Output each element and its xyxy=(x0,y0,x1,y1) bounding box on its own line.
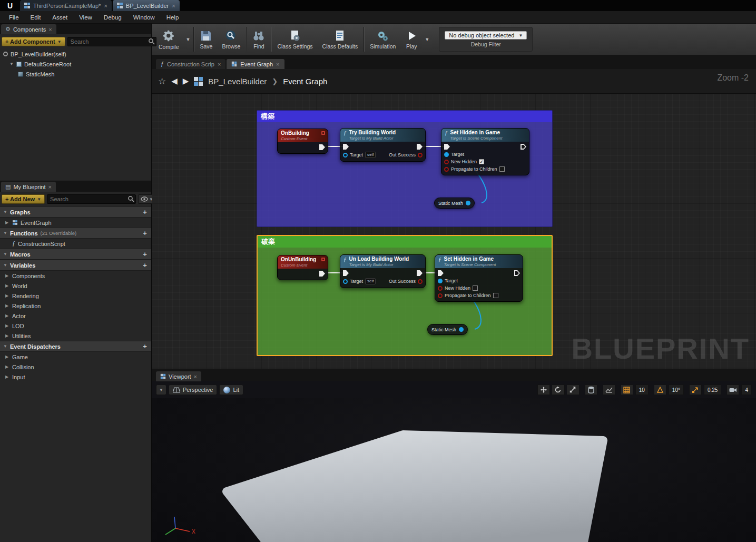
viewport-options-dropdown[interactable]: ▼ xyxy=(156,385,166,395)
scale-snap-toggle[interactable] xyxy=(689,385,702,395)
expander-icon[interactable]: ▶ xyxy=(5,293,9,298)
comment-title[interactable]: 破棄 xyxy=(258,236,552,248)
add-event-dispatcher-button[interactable]: ＋ xyxy=(142,342,148,351)
self-literal[interactable]: self xyxy=(365,278,376,284)
browse-button[interactable]: Browse xyxy=(217,25,245,54)
save-button[interactable]: Save xyxy=(195,25,217,54)
exec-in-pin[interactable] xyxy=(343,144,349,150)
out-success-pin[interactable] xyxy=(418,279,423,284)
section-variables[interactable]: ▼ Variables ＋ xyxy=(0,260,151,271)
section-event-dispatchers[interactable]: ▼ Event Dispatchers ＋ xyxy=(0,341,151,352)
expander-icon[interactable]: ▼ xyxy=(3,252,7,257)
target-pin[interactable] xyxy=(343,153,348,157)
expander-icon[interactable]: ▼ xyxy=(3,263,7,268)
breadcrumb-root[interactable]: BP_LevelBuilder xyxy=(208,77,267,86)
list-item-eventgraph[interactable]: ▶ EventGraph xyxy=(0,218,151,228)
expander-icon[interactable]: ▶ xyxy=(5,333,9,338)
camera-speed-value[interactable]: 4 xyxy=(741,385,752,395)
list-item-world[interactable]: ▶World xyxy=(0,281,151,291)
add-component-button[interactable]: + Add Component ▼ xyxy=(2,37,65,46)
node-unload-building-world[interactable]: ƒ Un Load Building World Target is My Bu… xyxy=(340,254,426,288)
menu-help[interactable]: Help xyxy=(161,14,185,21)
add-macro-button[interactable]: ＋ xyxy=(142,250,148,259)
close-icon[interactable]: × xyxy=(276,61,279,67)
close-icon[interactable]: × xyxy=(104,3,107,9)
target-pin[interactable] xyxy=(444,152,449,157)
menu-edit[interactable]: Edit xyxy=(25,14,47,21)
node-set-hidden-in-game-2[interactable]: ƒ Set Hidden in Game Target is Scene Com… xyxy=(435,254,523,302)
add-function-button[interactable]: ＋ xyxy=(142,229,148,238)
exec-out-pin[interactable] xyxy=(514,270,520,276)
propagate-checkbox[interactable] xyxy=(493,293,498,298)
target-pin[interactable] xyxy=(438,279,443,283)
comment-title[interactable]: 構築 xyxy=(257,111,552,122)
expander-icon[interactable]: ▼ xyxy=(3,210,7,214)
tab-viewport[interactable]: Viewport × xyxy=(156,371,201,381)
event-graph-canvas[interactable]: 構築 破棄 OnBuilding xyxy=(152,94,756,369)
section-macros[interactable]: ▼ Macros ＋ xyxy=(0,249,151,260)
grid-snap-toggle[interactable] xyxy=(621,385,633,395)
expander-icon[interactable]: ▶ xyxy=(5,313,9,318)
breadcrumb-current[interactable]: Event Graph xyxy=(283,77,327,86)
menu-window[interactable]: Window xyxy=(127,14,161,21)
list-item-components[interactable]: ▶Components xyxy=(0,271,151,281)
scale-snap-value[interactable]: 0.25 xyxy=(704,385,721,395)
expander-icon[interactable]: ▶ xyxy=(5,354,9,359)
tree-item-default-scene-root[interactable]: ▼ DefaultSceneRoot xyxy=(0,59,151,69)
expander-icon[interactable]: ▶ xyxy=(5,273,9,278)
menu-asset[interactable]: Asset xyxy=(46,14,73,21)
node-static-mesh-variable-2[interactable]: Static Mesh xyxy=(427,324,468,335)
propagate-pin[interactable] xyxy=(444,167,449,172)
list-item-input[interactable]: ▶Input xyxy=(0,372,151,382)
class-settings-button[interactable]: Class Settings xyxy=(272,25,317,54)
list-item-utilities[interactable]: ▶Utilities xyxy=(0,331,151,341)
exec-out-pin[interactable] xyxy=(417,270,423,276)
find-button[interactable]: Find xyxy=(248,25,270,54)
simulation-button[interactable]: Simulation xyxy=(365,25,400,54)
section-graphs[interactable]: ▼ Graphs ＋ xyxy=(0,206,151,218)
close-icon[interactable]: × xyxy=(48,26,52,33)
play-button[interactable]: Play xyxy=(400,25,423,54)
variable-output-pin[interactable] xyxy=(459,327,464,332)
exec-out-pin[interactable] xyxy=(319,144,325,150)
close-icon[interactable]: × xyxy=(194,373,197,380)
section-functions[interactable]: ▼ Functions (21 Overridable) ＋ xyxy=(0,228,151,239)
translate-tool-button[interactable] xyxy=(537,385,550,395)
add-variable-button[interactable]: ＋ xyxy=(142,261,148,270)
expander-icon[interactable]: ▶ xyxy=(5,375,9,379)
node-on-building[interactable]: OnBuilding Custom Event xyxy=(277,129,328,154)
exec-out-pin[interactable] xyxy=(417,144,423,150)
menu-debug[interactable]: Debug xyxy=(98,14,127,21)
list-item-lod[interactable]: ▶LOD xyxy=(0,321,151,331)
back-arrow-icon[interactable]: ◀ xyxy=(171,76,178,86)
delegate-pin[interactable] xyxy=(321,131,325,135)
new-hidden-checkbox[interactable] xyxy=(473,285,478,291)
node-static-mesh-variable-1[interactable]: Static Mesh xyxy=(434,198,475,209)
tab-components[interactable]: ⚙ Components × xyxy=(1,24,56,34)
tree-item-static-mesh[interactable]: StaticMesh xyxy=(0,69,151,79)
exec-in-pin[interactable] xyxy=(343,270,349,276)
target-pin[interactable] xyxy=(343,279,348,284)
close-icon[interactable]: × xyxy=(218,61,221,67)
tab-event-graph[interactable]: Event Graph × xyxy=(227,59,284,69)
class-defaults-button[interactable]: Class Defaults xyxy=(318,25,363,54)
tab-my-blueprint[interactable]: ▤ My Blueprint × xyxy=(1,182,56,192)
rotation-snap-value[interactable]: 10° xyxy=(669,385,684,395)
exec-out-pin[interactable] xyxy=(521,144,526,150)
expander-icon[interactable]: ▶ xyxy=(5,364,9,369)
tab-construction-script[interactable]: ƒ Construction Scrip × xyxy=(156,59,225,69)
menu-view[interactable]: View xyxy=(73,14,98,21)
close-icon[interactable]: × xyxy=(172,3,175,9)
forward-arrow-icon[interactable]: ▶ xyxy=(183,76,189,86)
exec-in-pin[interactable] xyxy=(444,144,450,150)
expander-icon[interactable]: ▼ xyxy=(3,231,7,235)
expander-icon[interactable]: ▶ xyxy=(5,283,9,288)
window-tab-blueprint[interactable]: BP_LevelBuilder × xyxy=(113,0,180,11)
rotation-snap-toggle[interactable] xyxy=(654,385,666,395)
expander-icon[interactable]: ▶ xyxy=(5,303,9,308)
compile-button[interactable]: Compile xyxy=(154,25,184,54)
delegate-pin[interactable] xyxy=(321,258,325,261)
self-literal[interactable]: self xyxy=(365,152,376,158)
add-new-button[interactable]: + Add New ▼ xyxy=(2,194,45,204)
exec-in-pin[interactable] xyxy=(438,270,444,276)
